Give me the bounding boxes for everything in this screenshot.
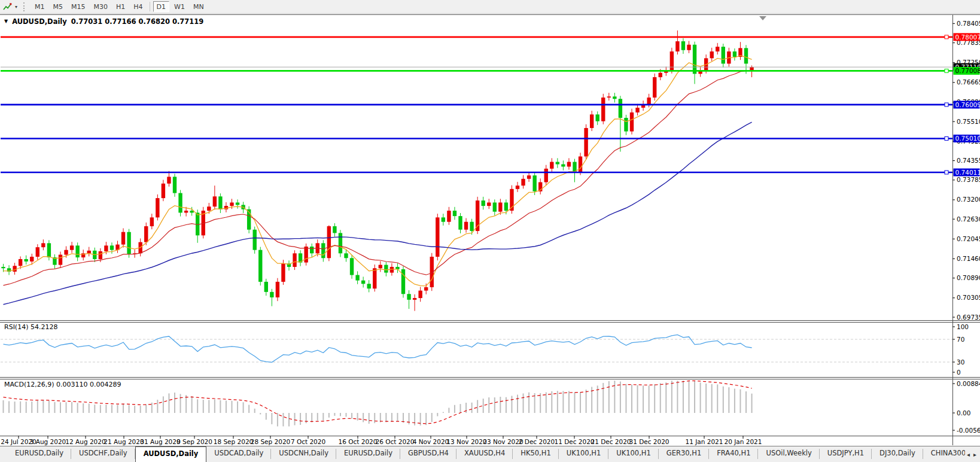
candle bbox=[579, 156, 582, 172]
candle bbox=[104, 245, 108, 251]
candle bbox=[41, 243, 45, 247]
candle bbox=[333, 226, 336, 233]
svg-text:-0.005651: -0.005651 bbox=[957, 427, 980, 434]
candle bbox=[653, 77, 656, 98]
chart-canvas[interactable]: 0.784050.778350.772500.766650.760800.755… bbox=[0, 0, 980, 462]
candle bbox=[218, 196, 222, 209]
timeframe-button-m1[interactable]: M1 bbox=[31, 1, 48, 12]
chart-title: ▼ AUDUSD,Daily 0.77031 0.77166 0.76820 0… bbox=[4, 17, 203, 26]
candle bbox=[184, 211, 188, 212]
tab-scroll-left-icon[interactable]: ◂ bbox=[967, 451, 970, 458]
candle bbox=[424, 287, 428, 291]
timeframe-toolbar: ▾ M1M5M15M30H1H4D1W1MN bbox=[0, 0, 980, 14]
chart-tab-dj30-daily[interactable]: DJ30,Daily bbox=[872, 446, 923, 462]
candle bbox=[339, 233, 342, 253]
candle bbox=[601, 98, 605, 121]
candle bbox=[544, 169, 548, 183]
candle bbox=[407, 294, 410, 300]
svg-text:30: 30 bbox=[957, 358, 964, 366]
candle bbox=[264, 282, 268, 292]
timeframe-button-w1[interactable]: W1 bbox=[171, 1, 188, 12]
candle bbox=[207, 206, 211, 211]
svg-text:16 Oct 2020: 16 Oct 2020 bbox=[339, 438, 378, 445]
svg-text:0.00884: 0.00884 bbox=[957, 380, 980, 387]
chart-tab-xauusd-h4[interactable]: XAUUSD,H4 bbox=[456, 446, 513, 462]
indicators-dropdown-icon[interactable]: ▾ bbox=[13, 1, 20, 12]
price-badge-0.76009: 0.76009 bbox=[954, 101, 980, 108]
candle bbox=[590, 114, 594, 128]
timeframe-button-mn[interactable]: MN bbox=[190, 1, 208, 12]
chart-tab-hk50-h1[interactable]: HK50,H1 bbox=[513, 446, 558, 462]
chart-tab-usdjpy-h1[interactable]: USDJPY,H1 bbox=[820, 446, 872, 462]
candle bbox=[150, 217, 154, 226]
timeframe-button-h1[interactable]: H1 bbox=[112, 1, 129, 12]
candle bbox=[516, 186, 519, 189]
chart-tab-uk100-h1[interactable]: UK100,H1 bbox=[608, 446, 659, 462]
chart-tab-eurusd-daily[interactable]: EURUSD,Daily bbox=[336, 446, 400, 462]
candle bbox=[687, 45, 690, 50]
chart-tab-audusd-daily[interactable]: AUDUSD,Daily bbox=[135, 446, 207, 462]
timeframe-button-m30[interactable]: M30 bbox=[90, 1, 112, 12]
candle bbox=[550, 162, 553, 169]
candle bbox=[464, 222, 468, 230]
candle bbox=[373, 268, 376, 288]
chart-tab-eurusd-daily[interactable]: EURUSD,Daily bbox=[7, 446, 71, 462]
candle bbox=[418, 291, 422, 298]
timeframe-button-m5[interactable]: M5 bbox=[50, 1, 67, 12]
candle bbox=[321, 243, 325, 258]
candle bbox=[584, 128, 588, 157]
svg-text:0.78007: 0.78007 bbox=[955, 34, 980, 41]
candle bbox=[127, 232, 130, 254]
candle bbox=[258, 250, 262, 282]
candle bbox=[281, 263, 285, 282]
chart-collapse-icon[interactable]: ▼ bbox=[4, 17, 8, 26]
svg-text:13 Nov 2020: 13 Nov 2020 bbox=[446, 438, 486, 445]
svg-text:28 Sep 2020: 28 Sep 2020 bbox=[251, 438, 291, 445]
chart-tab-uk100-h1[interactable]: UK100,H1 bbox=[559, 446, 609, 462]
chart-tab-usdcnh-daily[interactable]: USDCNH,Daily bbox=[271, 446, 336, 462]
line-handle[interactable] bbox=[945, 103, 948, 107]
line-handle[interactable] bbox=[945, 171, 948, 174]
line-handle[interactable] bbox=[945, 35, 948, 39]
candle bbox=[367, 284, 371, 288]
svg-text:0.00: 0.00 bbox=[957, 409, 970, 417]
timeframe-button-m15[interactable]: M15 bbox=[68, 1, 89, 12]
candle bbox=[167, 177, 171, 183]
timeframe-buttons: M1M5M15M30H1H4D1W1MN bbox=[31, 1, 208, 12]
tab-scroll-right-icon[interactable]: ▸ bbox=[973, 451, 976, 458]
svg-text:7 Oct 2020: 7 Oct 2020 bbox=[291, 438, 325, 445]
candle bbox=[59, 255, 62, 265]
chart-tab-usdcad-daily[interactable]: USDCAD,Daily bbox=[206, 446, 271, 462]
timeframe-button-h4[interactable]: H4 bbox=[130, 1, 146, 12]
candle bbox=[635, 108, 639, 113]
svg-text:0.69735: 0.69735 bbox=[957, 314, 980, 321]
tab-scroll-buttons: ◂ ▸ bbox=[965, 446, 978, 462]
candle bbox=[493, 202, 497, 211]
chart-tab-fra40-h1[interactable]: FRA40,H1 bbox=[709, 446, 758, 462]
candle bbox=[693, 45, 696, 74]
candle bbox=[744, 48, 748, 63]
candle bbox=[722, 47, 725, 63]
svg-text:11 Jan 2021: 11 Jan 2021 bbox=[686, 438, 723, 445]
timeframe-button-d1[interactable]: D1 bbox=[153, 1, 169, 12]
chart-tab-ger30-h1[interactable]: GER30,H1 bbox=[659, 446, 709, 462]
chart-tab-usoil-weekly[interactable]: USOil,Weekly bbox=[758, 446, 819, 462]
candle bbox=[304, 247, 308, 263]
toolbar-grip[interactable] bbox=[23, 2, 26, 11]
macd-indicator-label: MACD(12,26,9) 0.003110 0.004289 bbox=[4, 381, 121, 388]
line-handle[interactable] bbox=[945, 69, 948, 72]
chart-tab-gbpusd-h4[interactable]: GBPUSD,H4 bbox=[400, 446, 456, 462]
candle bbox=[178, 193, 182, 213]
svg-text:2 Dec 2020: 2 Dec 2020 bbox=[519, 438, 555, 445]
chart-tab-usdchf-daily[interactable]: USDCHF,Daily bbox=[71, 446, 135, 462]
candle bbox=[213, 196, 217, 206]
candle bbox=[596, 114, 599, 121]
candle bbox=[47, 243, 51, 257]
candle bbox=[442, 217, 445, 221]
svg-text:31 Dec 2020: 31 Dec 2020 bbox=[629, 438, 669, 445]
line-handle[interactable] bbox=[945, 136, 948, 140]
indicators-icon[interactable] bbox=[2, 1, 13, 12]
svg-text:21 Dec 2020: 21 Dec 2020 bbox=[591, 438, 631, 445]
svg-text:0.73785: 0.73785 bbox=[957, 176, 980, 183]
svg-text:31 Aug 2020: 31 Aug 2020 bbox=[140, 438, 180, 445]
